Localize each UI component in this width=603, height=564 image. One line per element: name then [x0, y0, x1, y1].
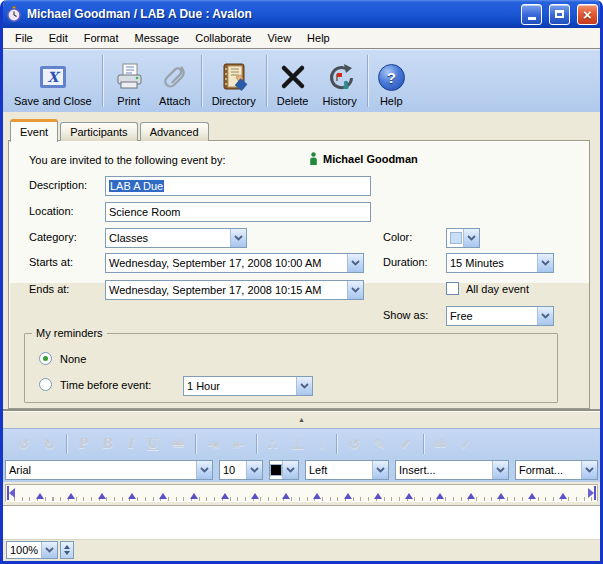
- highlight-icon[interactable]: ab: [428, 438, 454, 449]
- bold-icon[interactable]: B: [95, 436, 120, 451]
- toolbar-separator: [66, 434, 67, 454]
- menu-format[interactable]: Format: [76, 30, 127, 46]
- revert-icon[interactable]: ↺: [341, 436, 367, 452]
- location-value: Science Room: [109, 206, 181, 218]
- chevron-down-icon: [372, 461, 388, 479]
- tab-advanced[interactable]: Advanced: [140, 122, 209, 141]
- font-color-select[interactable]: [269, 460, 299, 480]
- font-size-select[interactable]: 10: [219, 460, 263, 480]
- chevron-down-icon: [347, 281, 363, 299]
- pane-splitter[interactable]: ▲: [3, 411, 600, 428]
- menu-view[interactable]: View: [259, 30, 299, 46]
- ends-at-label: Ends at:: [29, 283, 69, 295]
- reminder-time-radio[interactable]: [39, 378, 52, 391]
- outdent-icon[interactable]: ⇤: [226, 436, 252, 452]
- event-pane: Event Participants Advanced You are invi…: [3, 112, 600, 428]
- category-label: Category:: [29, 231, 77, 243]
- reminder-none-radio[interactable]: [39, 352, 52, 365]
- zoom-select[interactable]: 100%: [6, 541, 58, 559]
- insert-select[interactable]: Insert...: [395, 460, 509, 480]
- menu-bar: File Edit Format Message Collaborate Vie…: [3, 28, 600, 48]
- titlebar[interactable]: Michael Goodman / LAB A Due : Avalon ×: [0, 0, 603, 28]
- spinner-up-icon: [64, 545, 70, 549]
- pen-icon[interactable]: ✎: [367, 436, 393, 452]
- duration-select[interactable]: 15 Minutes: [446, 253, 554, 273]
- chevron-down-icon: [537, 307, 553, 325]
- all-day-checkbox[interactable]: [446, 282, 459, 295]
- duration-label: Duration:: [383, 256, 428, 268]
- menu-help[interactable]: Help: [299, 30, 338, 46]
- event-color-swatch: [450, 232, 462, 244]
- inviter-name: Michael Goodman: [323, 153, 418, 165]
- strikethrough-icon[interactable]: ab: [166, 438, 192, 449]
- location-label: Location:: [29, 205, 74, 217]
- chevron-down-icon: [347, 254, 363, 272]
- description-label: Description:: [29, 179, 87, 191]
- menu-file[interactable]: File: [7, 30, 41, 46]
- baseline-icon[interactable]: ⊥: [285, 436, 312, 452]
- right-margin-marker[interactable]: [587, 486, 596, 500]
- ruler-strip: [3, 482, 600, 505]
- menu-collaborate[interactable]: Collaborate: [187, 30, 259, 46]
- category-select[interactable]: Classes: [105, 228, 247, 248]
- spinner-down-icon: [64, 551, 70, 555]
- minimize-button[interactable]: [521, 4, 542, 25]
- show-as-select[interactable]: Free: [446, 306, 554, 326]
- spacing-icon[interactable]: ∴: [261, 436, 285, 452]
- application-window: Michael Goodman / LAB A Due : Avalon × F…: [0, 0, 603, 564]
- indent-icon[interactable]: ⇥: [200, 436, 226, 452]
- underline-icon[interactable]: U: [140, 436, 165, 451]
- font-family-select[interactable]: Arial: [5, 460, 213, 480]
- menu-message[interactable]: Message: [127, 30, 188, 46]
- close-button[interactable]: ×: [577, 4, 598, 25]
- alignment-select[interactable]: Left: [305, 460, 389, 480]
- message-body[interactable]: [3, 505, 600, 538]
- chevron-down-icon: [492, 461, 508, 479]
- minimize-icon: [528, 17, 536, 20]
- delete-x-icon: [278, 60, 308, 94]
- approve-icon[interactable]: ✔: [393, 436, 419, 452]
- history-icon: [324, 60, 356, 94]
- print-button[interactable]: Print: [106, 52, 152, 110]
- reminder-time-label: Time before event:: [60, 379, 151, 391]
- ends-at-select[interactable]: Wednesday, September 17, 2008 10:15 AM: [105, 280, 364, 300]
- delete-button[interactable]: Delete: [270, 52, 316, 110]
- description-input[interactable]: LAB A Due: [105, 176, 371, 196]
- italic-icon[interactable]: I: [120, 436, 140, 451]
- zoom-spinner[interactable]: [60, 541, 74, 559]
- help-button[interactable]: ? Help: [371, 52, 412, 110]
- chevron-down-icon: [230, 229, 246, 247]
- help-question-icon: ?: [378, 60, 405, 94]
- ruler-tabstops[interactable]: [5, 484, 598, 502]
- font-toolbar: Arial 10 Left Insert... Format...: [3, 458, 600, 482]
- chevron-down-icon: [537, 254, 553, 272]
- plain-style-icon[interactable]: P: [71, 436, 95, 451]
- save-and-close-button[interactable]: X Save and Close: [7, 52, 99, 110]
- redo-icon[interactable]: ↻: [37, 436, 63, 452]
- directory-book-icon: [218, 60, 250, 94]
- reminder-none-label: None: [60, 353, 86, 365]
- move-down-icon[interactable]: ↓: [311, 436, 332, 452]
- show-as-label: Show as:: [383, 309, 428, 321]
- save-and-close-icon: X: [40, 60, 66, 94]
- spellcheck-icon[interactable]: ✓: [453, 436, 479, 452]
- color-select[interactable]: [446, 228, 480, 248]
- undo-icon[interactable]: ↺: [11, 436, 37, 452]
- maximize-button[interactable]: [549, 4, 570, 25]
- starts-at-select[interactable]: Wednesday, September 17, 2008 10:00 AM: [105, 253, 364, 273]
- history-button[interactable]: History: [315, 52, 363, 110]
- attach-button[interactable]: Attach: [152, 52, 198, 110]
- attach-paperclip-icon: [159, 60, 191, 94]
- tab-event[interactable]: Event: [10, 119, 58, 142]
- location-input[interactable]: Science Room: [105, 202, 371, 222]
- print-icon: [113, 60, 145, 94]
- close-icon: ×: [583, 7, 592, 22]
- reminder-time-select[interactable]: 1 Hour: [183, 376, 313, 396]
- starts-at-label: Starts at:: [29, 256, 73, 268]
- left-margin-marker[interactable]: [7, 486, 16, 500]
- format-select[interactable]: Format...: [515, 460, 598, 480]
- menu-edit[interactable]: Edit: [41, 30, 76, 46]
- tab-participants[interactable]: Participants: [60, 122, 137, 141]
- directory-button[interactable]: Directory: [205, 52, 263, 110]
- toolbar-separator: [102, 55, 103, 107]
